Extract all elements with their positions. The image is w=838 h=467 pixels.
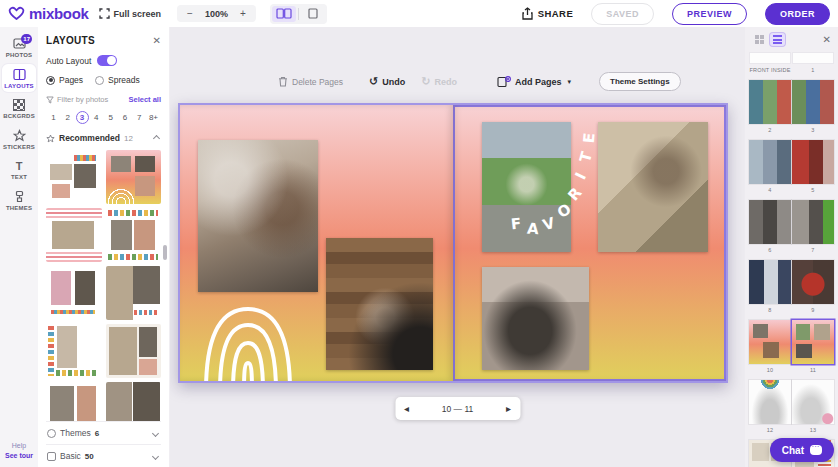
photo-count-option[interactable]: 5 (104, 111, 117, 124)
page-thumbnail-right[interactable] (792, 260, 834, 304)
sidebar-item-photos[interactable]: 17 PHOTOS (2, 33, 36, 61)
mixbook-logo[interactable]: mixbook (8, 5, 89, 22)
page-thumbnail-right[interactable] (792, 52, 834, 64)
layout-thumbnail[interactable] (106, 208, 162, 262)
page-thumbnail-left[interactable] (749, 80, 791, 124)
spread-thumbnail-row[interactable]: 6 7 (749, 200, 835, 253)
add-pages-button[interactable]: Add Pages ▾ (497, 76, 571, 88)
help-link[interactable]: Help (5, 442, 33, 449)
spread-thumbnail (749, 260, 835, 304)
photo-girl-playground[interactable] (482, 122, 571, 252)
close-layouts-panel-icon[interactable]: ✕ (153, 36, 161, 46)
spread-thumbnail-row[interactable]: 12 13 (749, 380, 835, 433)
pages-radio[interactable]: Pages (46, 75, 83, 85)
pages-panel-header: ✕ (745, 33, 838, 46)
share-button[interactable]: SHARE (522, 7, 573, 20)
page-right-11[interactable]: FAVORITE (453, 105, 726, 381)
sidebar-item-stickers[interactable]: STICKERS (2, 125, 36, 153)
filter-by-photos-label: Filter by photos (57, 95, 108, 104)
sidebar-item-label: TEXT (11, 174, 27, 180)
page-thumbnail-left[interactable] (749, 380, 791, 424)
layout-thumbnail[interactable] (46, 324, 102, 378)
photo-count-option[interactable]: 8+ (147, 111, 160, 124)
photo-mom-and-girl[interactable] (198, 140, 318, 292)
select-all-link[interactable]: Select all (128, 95, 161, 104)
spreads-radio[interactable]: Spreads (95, 75, 140, 85)
pages-grid-view-button[interactable] (752, 33, 767, 46)
layout-thumbnail[interactable] (46, 382, 102, 421)
sidebar-item-label: PHOTOS (6, 52, 32, 58)
star-icon (46, 134, 55, 143)
basic-section-header[interactable]: Basic 50 (46, 444, 161, 467)
rainbow-sticker[interactable] (200, 281, 296, 381)
pages-list-view-button[interactable] (770, 33, 785, 46)
page-thumbnail-left[interactable] (749, 200, 791, 244)
page-thumbnail-left[interactable] (749, 320, 791, 364)
saved-button[interactable]: SAVED (591, 3, 654, 25)
zoom-in-button[interactable]: + (240, 8, 246, 19)
photo-count-option[interactable]: 1 (47, 111, 60, 124)
panel-scrollbar-thumb[interactable] (163, 245, 167, 260)
page-thumbnail-right[interactable] (792, 200, 834, 244)
spread-thumbnail-row[interactable]: 8 9 (749, 260, 835, 313)
layout-thumbnail[interactable] (46, 150, 102, 204)
redo-button[interactable]: ↻ Redo (421, 77, 457, 87)
sidebar-item-layouts[interactable]: LAYOUTS (2, 64, 36, 92)
sidebar-item-text[interactable]: T TEXT (2, 156, 36, 183)
layout-thumbnail[interactable] (46, 208, 102, 262)
photo-girl-eating-noodles[interactable] (326, 238, 433, 370)
close-pages-panel-icon[interactable]: ✕ (823, 34, 831, 45)
single-page-view-button[interactable] (301, 6, 325, 22)
spread-thumbnail-row[interactable]: 4 5 (749, 140, 835, 193)
page-number-right: 1 (792, 67, 835, 73)
next-spread-icon[interactable]: ▸ (506, 404, 511, 414)
chevron-up-icon (153, 134, 160, 141)
page-thumbnail-left[interactable] (749, 140, 791, 184)
spread-thumbnail-row[interactable]: FRONT INSIDE 1 (749, 52, 835, 73)
page-thumbnails-list: FRONT INSIDE 1 2 3 (745, 52, 838, 467)
spread-thumbnail-row[interactable]: 10 11 (749, 320, 835, 373)
photo-count-option[interactable]: 2 (61, 111, 74, 124)
order-button[interactable]: ORDER (765, 3, 830, 25)
spread-thumbnail-row[interactable]: 2 3 (749, 80, 835, 133)
delete-pages-button[interactable]: Delete Pages (278, 76, 343, 87)
photo-count-option[interactable]: 3 (76, 111, 89, 124)
preview-button[interactable]: PREVIEW (672, 3, 747, 25)
page-thumbnail-right[interactable] (792, 380, 834, 424)
themes-section-header[interactable]: Themes 6 (46, 421, 161, 444)
filter-by-photos[interactable]: Filter by photos (46, 95, 108, 104)
sidebar-item-backgrounds[interactable]: BCKGRDS (2, 95, 36, 122)
page-thumbnail-right[interactable] (792, 80, 834, 124)
page-thumbnail-left[interactable] (749, 52, 791, 64)
layout-thumbnail[interactable] (46, 266, 102, 320)
layouts-icon (13, 68, 26, 81)
layout-thumbnail[interactable] (106, 150, 162, 204)
page-number-right: 3 (792, 127, 835, 133)
photo-man-sleeping-couch[interactable] (598, 122, 708, 252)
see-tour-link[interactable]: See tour (5, 452, 33, 459)
layout-thumbnail[interactable] (106, 324, 162, 378)
delete-pages-label: Delete Pages (292, 77, 343, 87)
spread-page-labels: 12 13 (749, 427, 835, 433)
auto-layout-toggle[interactable] (97, 55, 117, 66)
previous-spread-icon[interactable]: ◂ (404, 404, 409, 414)
photo-cat-on-bed[interactable] (482, 267, 589, 370)
recommended-section-header[interactable]: Recommended 12 (46, 133, 161, 143)
page-left-10[interactable] (180, 105, 453, 381)
undo-button[interactable]: ↺ Undo (369, 77, 405, 87)
chat-button[interactable]: Chat (770, 438, 834, 462)
layout-thumbnail[interactable] (106, 266, 162, 320)
photo-count-option[interactable]: 7 (133, 111, 146, 124)
sidebar-item-themes[interactable]: THEMES (2, 186, 36, 214)
photo-count-option[interactable]: 6 (118, 111, 131, 124)
zoom-out-button[interactable]: − (187, 8, 193, 19)
page-number-right: 7 (792, 247, 835, 253)
page-thumbnail-left[interactable] (749, 260, 791, 304)
photo-count-option[interactable]: 4 (90, 111, 103, 124)
theme-settings-button[interactable]: Theme Settings (599, 72, 681, 91)
page-thumbnail-right[interactable] (792, 320, 834, 364)
spread-view-button[interactable] (272, 6, 296, 22)
page-thumbnail-right[interactable] (792, 140, 834, 184)
full-screen-button[interactable]: Full screen (99, 8, 162, 19)
layout-thumbnail[interactable] (106, 382, 162, 421)
